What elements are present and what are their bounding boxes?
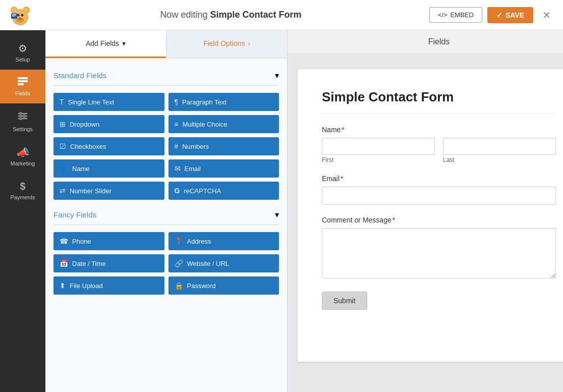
first-name-wrap: First <box>322 138 435 163</box>
fancy-fields-grid: ☎ Phone 📍 Address 📅 Date / Time 🔗 Websit… <box>53 232 279 295</box>
field-btn-address[interactable]: 📍 Address <box>168 232 279 250</box>
field-btn-multiple-choice[interactable]: ≡ Multiple Choice <box>168 115 279 133</box>
tab-add-fields[interactable]: Add Fields ▾ <box>45 30 166 58</box>
fancy-fields-header: Fancy Fields ▾ <box>53 210 279 219</box>
svg-point-6 <box>21 14 24 16</box>
embed-button[interactable]: </> EMBED <box>429 7 482 23</box>
field-btn-phone[interactable]: ☎ Phone <box>53 232 164 250</box>
phone-icon: ☎ <box>60 237 68 245</box>
standard-fields-header: Standard Fields ▾ <box>53 71 279 80</box>
save-button[interactable]: ✓ SAVE <box>487 7 533 23</box>
main-area: ⚙ Setup Fields <box>0 30 563 392</box>
sidebar-item-setup[interactable]: ⚙ Setup <box>0 35 45 70</box>
checkmark-icon: ✓ <box>496 11 502 19</box>
sidebar-item-label: Settings <box>13 126 33 132</box>
fields-icon <box>17 77 28 88</box>
field-btn-email[interactable]: ✉ Email <box>168 159 279 178</box>
page-title: Now editing Simple Contact Form <box>32 10 429 20</box>
field-btn-label: Paragraph Text <box>182 98 227 106</box>
sidebar-item-marketing[interactable]: 📣 Marketing <box>0 139 45 174</box>
first-label: First <box>322 156 435 163</box>
upload-icon: ⬆ <box>60 282 66 290</box>
field-btn-label: Numbers <box>182 143 209 150</box>
fields-panel: Add Fields ▾ Field Options › Standard Fi… <box>45 30 288 392</box>
collapse-fancy-icon[interactable]: ▾ <box>275 210 279 219</box>
tab-options-label: Field Options <box>203 39 245 47</box>
hash-icon: # <box>175 142 179 150</box>
paragraph-icon: ¶ <box>175 98 179 106</box>
form-label-name: Name* <box>322 126 556 134</box>
close-button[interactable]: ✕ <box>538 7 555 23</box>
form-label-email: Email* <box>322 175 556 183</box>
field-btn-paragraph-text[interactable]: ¶ Paragraph Text <box>168 93 279 111</box>
standard-fields-grid: T Single Line Text ¶ Paragraph Text ⊞ Dr… <box>53 93 279 200</box>
field-btn-label: Date / Time <box>72 260 105 267</box>
field-btn-file-upload[interactable]: ⬆ File Upload <box>53 276 164 295</box>
svg-point-5 <box>17 14 20 16</box>
field-btn-label: Single Line Text <box>68 98 115 106</box>
field-btn-name[interactable]: 👤 Name <box>53 159 164 178</box>
sidebar-item-fields[interactable]: Fields <box>0 70 45 103</box>
map-pin-icon: 📍 <box>175 237 183 245</box>
sidebar-item-label: Setup <box>16 57 30 63</box>
collapse-standard-icon[interactable]: ▾ <box>275 71 279 80</box>
tab-add-label: Add Fields <box>86 39 119 47</box>
field-btn-label: Address <box>187 238 211 245</box>
field-btn-website-url[interactable]: 🔗 Website / URL <box>168 254 279 272</box>
close-icon: ✕ <box>542 10 551 21</box>
svg-point-9 <box>24 8 29 13</box>
editing-prefix: Now editing <box>160 10 207 20</box>
dollar-icon: $ <box>20 181 25 192</box>
field-btn-label: Email <box>185 165 201 173</box>
form-name: Simple Contact Form <box>210 10 301 20</box>
chevron-down-icon: ▾ <box>122 39 126 47</box>
top-header: Now editing Simple Contact Form </> EMBE… <box>0 0 563 30</box>
embed-label: EMBED <box>451 11 474 19</box>
last-name-input[interactable] <box>443 138 556 155</box>
svg-point-21 <box>20 113 22 115</box>
settings-icon <box>17 110 28 124</box>
field-btn-label: Website / URL <box>187 260 230 267</box>
field-btn-label: Name <box>72 165 90 173</box>
panel-tabs: Add Fields ▾ Field Options › <box>45 30 287 59</box>
form-field-email: Email* <box>322 175 556 205</box>
sidebar-item-settings[interactable]: Settings <box>0 103 45 139</box>
first-name-input[interactable] <box>322 138 435 155</box>
form-preview-area: Simple Contact Form Name* First Last <box>288 54 563 392</box>
sidebar-item-label: Marketing <box>11 160 35 166</box>
field-btn-dropdown[interactable]: ⊞ Dropdown <box>53 115 164 133</box>
field-btn-label: Multiple Choice <box>183 121 228 128</box>
link-icon: 🔗 <box>175 259 183 267</box>
field-btn-number-slider[interactable]: ⇄ Number Slider <box>53 182 164 200</box>
required-marker: * <box>342 126 344 134</box>
field-btn-single-line-text[interactable]: T Single Line Text <box>53 93 164 111</box>
recaptcha-icon: G <box>175 187 180 195</box>
field-btn-recaptcha[interactable]: G reCAPTCHA <box>168 182 279 200</box>
last-label: Last <box>443 156 556 163</box>
field-btn-password[interactable]: 🔒 Password <box>168 276 279 295</box>
email-input[interactable] <box>322 187 556 205</box>
field-btn-checkboxes[interactable]: ☑ Checkboxes <box>53 137 164 155</box>
calendar-icon: 📅 <box>60 259 68 267</box>
sidebar-item-label: Payments <box>11 194 35 200</box>
field-btn-label: Dropdown <box>70 121 99 128</box>
chevron-right-icon: › <box>248 39 250 47</box>
sidebar-item-payments[interactable]: $ Payments <box>0 174 45 207</box>
tab-field-options[interactable]: Field Options › <box>166 30 287 58</box>
checkbox-icon: ☑ <box>60 142 66 150</box>
form-preview-title: Simple Contact Form <box>322 89 556 114</box>
header-actions: </> EMBED ✓ SAVE ✕ <box>429 7 555 23</box>
field-btn-date-time[interactable]: 📅 Date / Time <box>53 254 164 272</box>
form-preview: Simple Contact Form Name* First Last <box>298 69 563 362</box>
comment-textarea[interactable] <box>322 228 556 278</box>
form-submit-button[interactable]: Submit <box>322 292 367 310</box>
svg-rect-15 <box>18 77 28 79</box>
center-panel-title: Fields <box>288 30 563 54</box>
svg-point-23 <box>20 118 22 120</box>
svg-rect-17 <box>18 83 24 85</box>
list-icon: ≡ <box>175 120 179 128</box>
field-btn-label: File Upload <box>70 282 103 290</box>
field-btn-numbers[interactable]: # Numbers <box>168 137 279 155</box>
standard-divider <box>53 85 279 86</box>
text-icon: T <box>60 98 64 106</box>
